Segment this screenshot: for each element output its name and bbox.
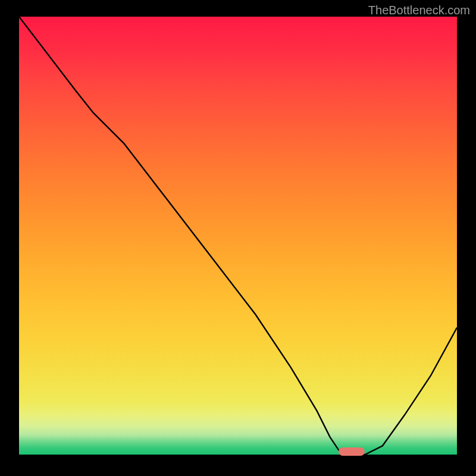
chart-plot-area xyxy=(19,17,457,455)
minimum-marker xyxy=(339,447,365,456)
bottleneck-line xyxy=(19,17,457,455)
watermark-label: TheBottleneck.com xyxy=(368,4,470,17)
